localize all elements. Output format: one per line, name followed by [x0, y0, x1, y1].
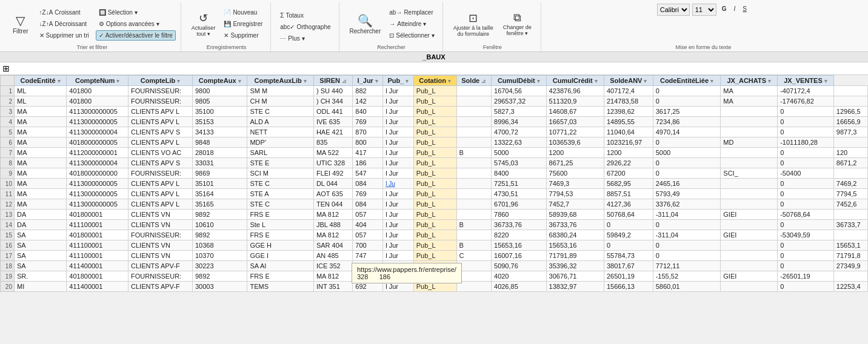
table-cell[interactable]: 057 — [353, 210, 383, 220]
table-cell[interactable]: 7251,51 — [492, 179, 547, 189]
table-cell[interactable]: 7469,2 — [833, 179, 867, 189]
table-cell[interactable]: l Jur — [383, 282, 414, 292]
table-row[interactable]: 7MA4112000000001CLIENTS VO AC28018SARLMA… — [1, 148, 868, 158]
table-cell[interactable]: 16656,9 — [833, 117, 867, 127]
table-cell[interactable]: 4113000000005 — [67, 179, 129, 189]
table-cell[interactable]: 0 — [653, 168, 721, 179]
table-cell[interactable]: 7794,53 — [546, 189, 604, 199]
table-cell[interactable]: MA — [14, 179, 66, 189]
table-cell[interactable]: CLIENTS APV L — [129, 117, 193, 127]
table-cell[interactable]: INT 351 — [313, 282, 352, 292]
table-cell[interactable]: 68380,24 — [546, 230, 604, 240]
save-button[interactable]: 💾 Enregistrer — [221, 19, 265, 29]
table-row[interactable]: 11MA4113000000005CLIENTS APV L35164STE A… — [1, 189, 868, 199]
table-cell[interactable]: l Jur — [383, 168, 414, 179]
table-cell[interactable]: TEMS — [247, 282, 313, 292]
table-cell[interactable]: 0 — [604, 220, 653, 230]
table-cell[interactable]: 7860 — [492, 210, 547, 220]
table-cell[interactable]: l Jur — [383, 107, 414, 117]
table-cell[interactable]: 28018 — [192, 148, 247, 158]
advanced-options-button[interactable]: ⚙ Options avancées ▾ — [96, 19, 176, 29]
table-cell[interactable]: 0 — [778, 199, 834, 210]
table-cell[interactable]: Pub_L — [413, 189, 456, 199]
table-cell[interactable]: Pub_L — [413, 158, 456, 168]
table-cell[interactable]: 35164 — [192, 189, 247, 199]
table-cell[interactable]: UTIC 328 — [313, 158, 352, 168]
search-button[interactable]: 🔍 Rechercher — [346, 9, 386, 39]
col-header-cotation[interactable]: Cotation ▾ — [413, 76, 456, 86]
table-cell[interactable]: 0 — [778, 220, 834, 230]
table-cell[interactable]: -26501,19 — [778, 271, 834, 282]
table-cell[interactable]: 411400001 — [67, 261, 129, 271]
table-row[interactable]: 13DA401800001CLIENTS VN9892FRS EMA 81205… — [1, 210, 868, 220]
table-cell[interactable] — [456, 261, 491, 271]
table-cell[interactable]: l Jur — [383, 137, 414, 148]
table-cell[interactable]: -53049,59 — [778, 230, 834, 240]
more-button[interactable]: ⋯ Plus ▾ — [277, 33, 333, 44]
table-cell[interactable]: l Jur — [383, 251, 414, 261]
table-cell[interactable]: STE A — [247, 189, 313, 199]
table-cell[interactable]: Ste L — [247, 220, 313, 230]
table-cell[interactable]: 38017,67 — [604, 261, 653, 271]
table-cell[interactable]: 7469,3 — [546, 179, 604, 189]
table-cell[interactable] — [456, 117, 491, 127]
table-cell[interactable]: CLIENTS VO AC — [129, 148, 193, 158]
italic-button[interactable]: I — [731, 4, 739, 14]
underline-button[interactable]: S — [739, 4, 750, 14]
table-cell[interactable]: 9800 — [192, 86, 247, 96]
table-cell[interactable]: Pub_L — [413, 148, 456, 158]
table-cell[interactable]: GIEI — [721, 210, 778, 220]
table-cell[interactable]: 3617,25 — [653, 107, 721, 117]
table-cell[interactable]: 3376,62 — [653, 199, 721, 210]
table-cell[interactable]: MD — [721, 137, 778, 148]
table-cell[interactable]: CLIENTS APV L — [129, 179, 193, 189]
font-size-select[interactable]: 11 — [692, 4, 716, 16]
table-cell[interactable]: -174676,82 — [778, 96, 834, 107]
table-cell[interactable]: 1023216,97 — [604, 137, 653, 148]
table-cell[interactable] — [721, 220, 778, 230]
table-row[interactable]: 9MA4018000000000FOURNISSEUR:9869SCI MFLE… — [1, 168, 868, 179]
table-cell[interactable]: -407172,4 — [778, 86, 834, 96]
table-cell[interactable]: 424 — [353, 261, 383, 271]
table-cell[interactable]: 0 — [778, 179, 834, 189]
table-cell[interactable]: 4026,85 — [492, 282, 547, 292]
table-cell[interactable]: MA 812 — [313, 230, 352, 240]
table-cell[interactable]: STE E — [247, 158, 313, 168]
table-cell[interactable]: SA AI — [247, 261, 313, 271]
table-cell[interactable]: 2926,22 — [604, 158, 653, 168]
table-cell[interactable]: 214783,58 — [604, 96, 653, 107]
table-cell[interactable]: 35100 — [192, 107, 247, 117]
goto-button[interactable]: → Atteindre ▾ — [386, 19, 437, 29]
table-cell[interactable]: 835 — [313, 137, 352, 148]
table-cell[interactable]: 0 — [778, 240, 834, 251]
table-cell[interactable]: 13322,63 — [492, 137, 547, 148]
table-cell[interactable]: 4113000000004 — [67, 158, 129, 168]
table-cell[interactable]: Pub_L — [413, 282, 456, 292]
table-cell[interactable]: 084 — [353, 179, 383, 189]
table-cell[interactable]: 34133 — [192, 127, 247, 137]
table-cell[interactable]: 36733,76 — [492, 220, 547, 230]
table-cell[interactable]: 33031 — [192, 158, 247, 168]
table-cell[interactable]: MI — [14, 282, 66, 292]
table-cell[interactable]: 36733,76 — [546, 220, 604, 230]
table-cell[interactable]: Pub_L — [413, 261, 456, 271]
table-cell[interactable]: 4113000000005 — [67, 107, 129, 117]
table-cell[interactable]: 4018000000005 — [67, 137, 129, 148]
table-cell[interactable]: 296537,32 — [492, 96, 547, 107]
font-name-select[interactable]: Calibri — [657, 4, 690, 16]
table-cell[interactable] — [721, 199, 778, 210]
table-cell[interactable] — [456, 179, 491, 189]
table-cell[interactable]: MA — [14, 148, 66, 158]
table-cell[interactable]: 5827,3 — [492, 107, 547, 117]
table-cell[interactable]: MA — [14, 127, 66, 137]
table-cell[interactable]: 401800001 — [67, 210, 129, 220]
table-cell[interactable]: 0 — [778, 107, 834, 117]
col-header-siren[interactable]: SIREN ⊿ — [313, 76, 352, 86]
table-cell[interactable]: 120 — [833, 148, 867, 158]
table-cell[interactable]: 0 — [604, 240, 653, 251]
table-cell[interactable]: DL 044 — [313, 179, 352, 189]
table-cell[interactable]: 9892 — [192, 230, 247, 240]
table-cell[interactable] — [721, 117, 778, 127]
table-cell[interactable] — [721, 261, 778, 271]
table-cell[interactable]: SAR 404 — [313, 240, 352, 251]
